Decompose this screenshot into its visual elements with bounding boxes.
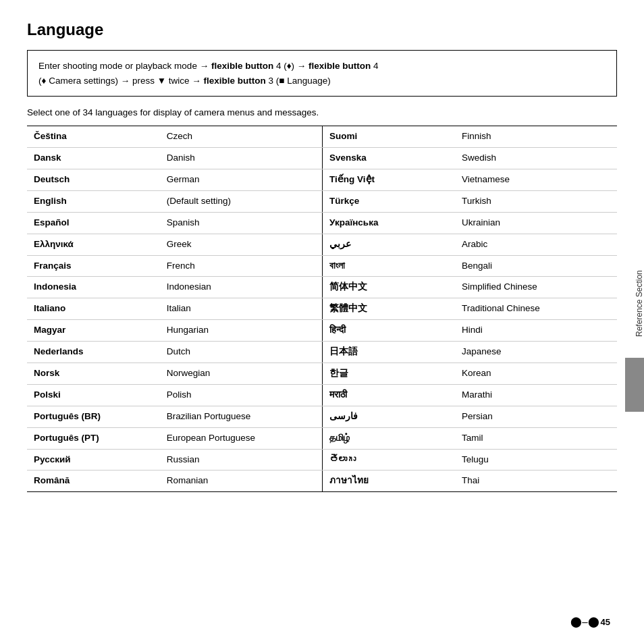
lang-native: हिन्दी (323, 320, 455, 342)
lang-translation: Russian (160, 449, 322, 471)
table-row: PolskiPolish (27, 384, 322, 406)
lang-native: தமிழ் (323, 427, 455, 449)
table-row: NederlandsDutch (27, 342, 322, 363)
lang-translation: Hindi (455, 320, 617, 342)
lang-translation: Telugu (455, 449, 617, 471)
lang-translation: Korean (455, 363, 617, 384)
lang-translation: Danish (160, 148, 322, 169)
table-row: NorskNorwegian (27, 363, 322, 384)
lang-translation: Romanian (160, 471, 322, 492)
subtitle: Select one of 34 languages for display o… (27, 107, 617, 117)
lang-native: Svenska (323, 148, 455, 169)
table-row: English(Default setting) (27, 190, 322, 212)
table-row: Português (PT)European Portuguese (27, 427, 322, 449)
lang-translation: Persian (455, 406, 617, 427)
table-row: DeutschGerman (27, 169, 322, 190)
lang-translation: Bengali (455, 255, 617, 277)
lang-native: Español (27, 212, 160, 234)
lang-native: Українська (323, 212, 455, 234)
lang-native: Tiếng Việt (323, 169, 455, 190)
table-row: हिन्दीHindi (323, 320, 618, 342)
footer: ⬤–⬤45 (570, 616, 610, 628)
lang-translation: Italian (160, 298, 322, 320)
table-row: ČeštinaCzech (27, 126, 322, 148)
lang-translation: Indonesian (160, 277, 322, 298)
lang-translation: Spanish (160, 212, 322, 234)
table-row: தமிழ்Tamil (323, 427, 618, 449)
lang-native: Italiano (27, 298, 160, 320)
table-row: РусскийRussian (27, 449, 322, 471)
lang-native: Français (27, 255, 160, 277)
table-row: TürkçeTurkish (323, 190, 618, 212)
page-title: Language (27, 20, 617, 39)
lang-translation: Ukrainian (455, 212, 617, 234)
table-row: IndonesiaIndonesian (27, 277, 322, 298)
table-row: Tiếng ViệtVietnamese (323, 169, 618, 190)
left-language-table: ČeštinaCzechDanskDanishDeutschGermanEngl… (27, 126, 322, 492)
table-row: 繁體中文Traditional Chinese (323, 298, 618, 320)
lang-native: Dansk (27, 148, 160, 169)
lang-translation: Czech (160, 126, 322, 148)
instruction-box: Enter shooting mode or playback mode → f… (27, 50, 617, 97)
table-row: 简体中文Simplified Chinese (323, 277, 618, 298)
table-row: SvenskaSwedish (323, 148, 618, 169)
lang-native: Türkçe (323, 190, 455, 212)
table-row: 日本語Japanese (323, 342, 618, 363)
lang-native: বাংলা (323, 255, 455, 277)
lang-translation: Arabic (455, 234, 617, 255)
lang-translation: Vietnamese (455, 169, 617, 190)
lang-translation: Brazilian Portuguese (160, 406, 322, 427)
table-row: RomânăRomanian (27, 471, 322, 492)
lang-native: عربي (323, 234, 455, 255)
lang-native: 繁體中文 (323, 298, 455, 320)
lang-native: 한글 (323, 363, 455, 384)
lang-translation: (Default setting) (160, 190, 322, 212)
lang-translation: Greek (160, 234, 322, 255)
lang-native: 日本語 (323, 342, 455, 363)
lang-native: తెలుగు (323, 449, 455, 471)
table-row: FrançaisFrench (27, 255, 322, 277)
lang-translation: Turkish (455, 190, 617, 212)
table-row: Português (BR)Brazilian Portuguese (27, 406, 322, 427)
table-row: मराठीMarathi (323, 384, 618, 406)
lang-native: Deutsch (27, 169, 160, 190)
lang-native: Polski (27, 384, 160, 406)
lang-translation: French (160, 255, 322, 277)
table-row: ภาษาไทยThai (323, 471, 618, 492)
lang-translation: Swedish (455, 148, 617, 169)
lang-native: Indonesia (27, 277, 160, 298)
table-row: SuomiFinnish (323, 126, 618, 148)
table-row: తెలుగుTelugu (323, 449, 618, 471)
table-row: УкраїнськаUkrainian (323, 212, 618, 234)
lang-native: Norsk (27, 363, 160, 384)
language-tables: ČeštinaCzechDanskDanishDeutschGermanEngl… (27, 126, 617, 492)
lang-native: Português (PT) (27, 427, 160, 449)
lang-native: Suomi (323, 126, 455, 148)
lang-translation: European Portuguese (160, 427, 322, 449)
table-row: 한글Korean (323, 363, 618, 384)
table-row: MagyarHungarian (27, 320, 322, 342)
lang-translation: Simplified Chinese (455, 277, 617, 298)
lang-native: Čeština (27, 126, 160, 148)
lang-native: فارسی (323, 406, 455, 427)
lang-native: Português (BR) (27, 406, 160, 427)
page-number: 45 (601, 617, 610, 627)
table-row: EspañolSpanish (27, 212, 322, 234)
lang-translation: Traditional Chinese (455, 298, 617, 320)
lang-translation: Dutch (160, 342, 322, 363)
lang-native: Română (27, 471, 160, 492)
lang-native: Nederlands (27, 342, 160, 363)
lang-translation: Norwegian (160, 363, 322, 384)
right-language-table: SuomiFinnishSvenskaSwedishTiếng ViệtViet… (322, 126, 617, 492)
lang-translation: Hungarian (160, 320, 322, 342)
table-row: বাংলাBengali (323, 255, 618, 277)
side-tab (625, 358, 644, 412)
table-row: عربيArabic (323, 234, 618, 255)
lang-native: Русский (27, 449, 160, 471)
side-label: Reference Section (632, 236, 644, 371)
camera-icon: ⬤–⬤ (570, 616, 599, 628)
lang-translation: German (160, 169, 322, 190)
lang-translation: Finnish (455, 126, 617, 148)
lang-native: Ελληνικά (27, 234, 160, 255)
lang-native: English (27, 190, 160, 212)
